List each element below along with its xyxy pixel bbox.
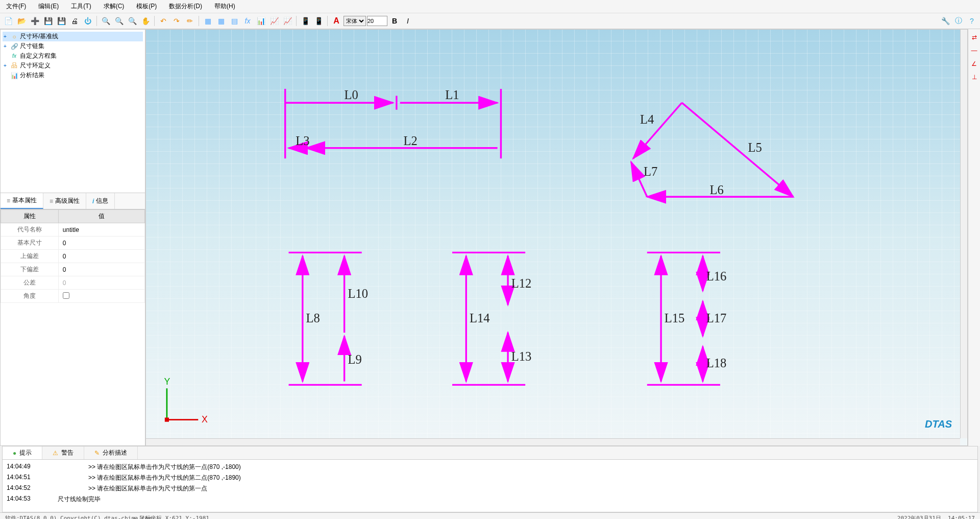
tab-label: 提示 <box>19 449 32 457</box>
status-date: 2022年03月31日 <box>897 515 941 519</box>
brush-icon[interactable]: ✏ <box>184 15 196 27</box>
redo-icon[interactable]: ↷ <box>170 15 183 27</box>
save-as-icon[interactable]: 💾 <box>55 15 67 27</box>
dim-label-L15: L15 <box>665 311 685 325</box>
right-toolbar: ⇄ — ∠ ⊥ <box>968 29 980 446</box>
chart2-icon[interactable]: 📈 <box>281 15 293 27</box>
menu-tools[interactable]: 工具(T) <box>69 1 93 12</box>
dim-label-L2: L2 <box>404 134 418 148</box>
drawing-canvas[interactable]: L0 L1 L2 L3 L4 L5 L6 L7 L8 L9 L10 L12 L1… <box>145 29 968 446</box>
text-a-icon[interactable]: A <box>330 15 342 27</box>
canvas-svg: L0 L1 L2 L3 L4 L5 L6 L7 L8 L9 L10 L12 L1… <box>146 30 967 441</box>
prop-header-value: 值 <box>58 210 144 223</box>
toolbar: 📄 📂 ➕ 💾 💾 🖨 ⏻ 🔍 🔍 🔍 ✋ ↶ ↷ ✏ ▦ ▦ ▤ fx 📊 📈… <box>0 13 980 29</box>
prop-row-tolerance[interactable]: 公差0 <box>1 276 145 290</box>
horizontal-scrollbar[interactable] <box>146 438 960 445</box>
cursor-icon: ✛ <box>133 515 139 519</box>
menu-edit[interactable]: 编辑(E) <box>36 1 61 12</box>
tab-basic-props[interactable]: ≡ 基本属性 <box>1 193 43 209</box>
tab-advanced-props[interactable]: ≡ 高级属性 <box>43 193 86 209</box>
tree-item-chain[interactable]: + 🔗 尺寸链集 <box>3 41 143 51</box>
perp-icon[interactable]: ⊥ <box>969 72 979 82</box>
tab-label: 基本属性 <box>12 196 37 205</box>
zoom-fit-icon[interactable]: 🔍 <box>126 15 138 27</box>
zoom-out-icon[interactable]: 🔍 <box>113 15 125 27</box>
dim-label-L16: L16 <box>706 269 727 283</box>
menu-data-analysis[interactable]: 数据分析(D) <box>167 1 204 12</box>
tree-item-definition[interactable]: + 品 尺寸环定义 <box>3 61 143 70</box>
info-circle-icon[interactable]: ⓘ <box>952 15 965 27</box>
italic-icon[interactable]: I <box>402 15 414 27</box>
tree-label: 尺寸环/基准线 <box>20 32 58 41</box>
histogram-icon[interactable]: 📊 <box>255 15 267 27</box>
menu-help[interactable]: 帮助(H) <box>212 1 237 12</box>
info-icon: i <box>92 198 94 205</box>
bars-icon: 📊 <box>11 72 18 79</box>
expand-icon[interactable]: + <box>4 43 9 49</box>
undo-icon[interactable]: ↶ <box>157 15 169 27</box>
tree-item-results[interactable]: 📊 分析结果 <box>3 70 143 80</box>
new-file-icon[interactable]: 📄 <box>2 15 14 27</box>
list-icon: ≡ <box>50 198 53 205</box>
fx-icon[interactable]: fx <box>241 15 254 27</box>
dim-label-L9: L9 <box>348 353 361 367</box>
open-file-icon[interactable]: 📂 <box>15 15 28 27</box>
power-icon[interactable]: ⏻ <box>82 15 94 27</box>
prop-row-angle[interactable]: 角度 <box>1 290 145 303</box>
logo-dtas: DTAS <box>925 418 952 430</box>
prop-row-basicsize[interactable]: 基本尺寸0 <box>1 237 145 250</box>
left-panel: + ○ 尺寸环/基准线 + 🔗 尺寸链集 fx 自定义方程集 + 品 尺寸环定义 <box>0 29 145 446</box>
help-icon[interactable]: ? <box>966 15 978 27</box>
circle-icon: ○ <box>11 33 18 40</box>
dim-label-L1: L1 <box>445 88 459 102</box>
zoom-in-icon[interactable]: 🔍 <box>100 15 112 27</box>
log-row: 14:04:49>> 请在绘图区鼠标单击作为尺寸线的第一点(870 ,-1800… <box>7 462 973 473</box>
font-family-select[interactable]: 宋体 <box>344 16 366 26</box>
device2-icon[interactable]: 📱 <box>312 15 325 27</box>
tree-item-dimension-ring[interactable]: + ○ 尺寸环/基准线 <box>3 32 143 41</box>
save-icon[interactable]: 💾 <box>42 15 54 27</box>
tab-analysis[interactable]: ✎ 分析描述 <box>84 446 138 459</box>
grid2-icon[interactable]: ▦ <box>215 15 227 27</box>
tab-warn[interactable]: ⚠ 警告 <box>42 446 84 459</box>
expand-icon[interactable]: + <box>4 34 9 39</box>
dim-label-L12: L12 <box>511 276 532 290</box>
table-icon[interactable]: ▤ <box>228 15 240 27</box>
dim-label-L0: L0 <box>345 88 358 102</box>
grid-icon[interactable]: ▦ <box>202 15 214 27</box>
hline-icon[interactable]: — <box>969 45 979 56</box>
prop-row-upperdev[interactable]: 上偏差0 <box>1 250 145 263</box>
prop-row-codename[interactable]: 代号名称untitle <box>1 223 145 237</box>
log-row: 14:04:52>> 请在绘图区鼠标单击作为尺寸线的第一点 <box>7 483 973 494</box>
tree-label: 自定义方程集 <box>20 52 57 60</box>
swap-icon[interactable]: ⇄ <box>969 32 979 42</box>
angle-checkbox[interactable] <box>63 292 69 299</box>
vertical-scrollbar[interactable] <box>960 30 967 438</box>
status-coordinates: 鼠标坐标 X:621 Y:-1981 <box>139 515 209 519</box>
pan-icon[interactable]: ✋ <box>139 15 152 27</box>
log-area[interactable]: 14:04:49>> 请在绘图区鼠标单击作为尺寸线的第一点(870 ,-1800… <box>3 460 977 511</box>
wrench-icon[interactable]: 🔧 <box>939 15 951 27</box>
tab-info[interactable]: i 信息 <box>86 193 115 209</box>
font-size-input[interactable] <box>367 16 387 26</box>
dim-label-L5: L5 <box>748 140 762 154</box>
pencil-icon: ✎ <box>94 450 100 457</box>
tree-item-equations[interactable]: fx 自定义方程集 <box>3 51 143 61</box>
menu-file[interactable]: 文件(F) <box>4 1 28 12</box>
dim-label-L8: L8 <box>306 311 320 325</box>
tab-hint[interactable]: ● 提示 <box>3 446 42 459</box>
angle-icon[interactable]: ∠ <box>969 59 979 69</box>
device-icon[interactable]: 📱 <box>299 15 311 27</box>
status-time: 14:05:17 <box>948 515 975 519</box>
prop-row-lowerdev[interactable]: 下偏差0 <box>1 263 145 276</box>
menu-solve[interactable]: 求解(C) <box>102 1 127 12</box>
print-icon[interactable]: 🖨 <box>68 15 81 27</box>
expand-icon[interactable]: + <box>4 63 9 68</box>
add-icon[interactable]: ➕ <box>29 15 41 27</box>
property-tabs: ≡ 基本属性 ≡ 高级属性 i 信息 <box>1 193 145 209</box>
chart-icon[interactable]: 📈 <box>268 15 280 27</box>
menu-template[interactable]: 模板(P) <box>134 1 159 12</box>
tree-view[interactable]: + ○ 尺寸环/基准线 + 🔗 尺寸链集 fx 自定义方程集 + 品 尺寸环定义 <box>1 30 145 193</box>
check-icon: ● <box>13 450 16 457</box>
bold-icon[interactable]: B <box>388 15 401 27</box>
